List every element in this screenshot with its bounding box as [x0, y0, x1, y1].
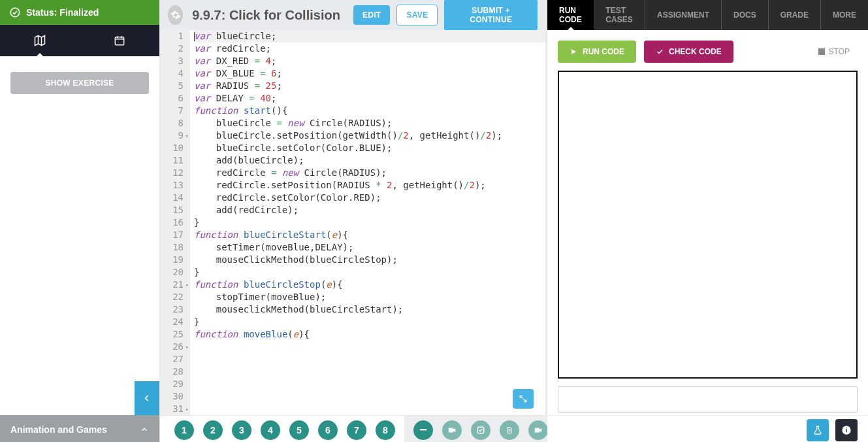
exercise-title: 9.9.7: Click for Collision — [192, 8, 340, 23]
right-tab-test-cases[interactable]: TEST CASES — [594, 0, 645, 30]
right-tab-grade[interactable]: GRADE — [769, 0, 821, 30]
lab-button[interactable] — [807, 419, 829, 441]
line-number: 10 — [169, 142, 184, 154]
code-line[interactable]: var DX_RED = 4; — [194, 55, 545, 67]
code-line[interactable]: mouseclickMethod(blueCircleStart); — [194, 303, 545, 316]
lesson-item-check-1[interactable] — [471, 420, 490, 440]
stop-icon — [818, 48, 825, 55]
code-line[interactable]: function moveBlue(e){ — [194, 328, 545, 341]
line-gutter: 1234567891011121314151617181920212223242… — [160, 30, 190, 415]
lesson-nav-3[interactable]: 3 — [232, 420, 251, 440]
code-line[interactable]: function start(){ — [194, 105, 545, 117]
code-line[interactable]: blueCircle = new Circle(RADIUS); — [194, 117, 545, 129]
expand-icon — [519, 394, 528, 403]
lesson-nav-5[interactable]: 5 — [289, 420, 309, 440]
edit-button[interactable]: EDIT — [353, 5, 391, 25]
lesson-item-video-1[interactable] — [442, 420, 462, 440]
code-line[interactable]: function blueCircleStart(e){ — [194, 229, 545, 241]
line-number: 11 — [169, 154, 184, 167]
line-number: 22 — [169, 291, 184, 303]
line-number: 30 — [169, 390, 184, 403]
video-icon — [534, 426, 543, 435]
svg-text:i: i — [846, 427, 848, 434]
module-title: Animation and Games — [10, 424, 107, 435]
output-canvas[interactable] — [558, 71, 858, 379]
flask-icon — [812, 425, 823, 435]
code-line[interactable]: } — [194, 316, 545, 328]
line-number: 27 — [169, 353, 184, 366]
right-tab-assignment[interactable]: ASSIGNMENT — [645, 0, 722, 30]
line-number: 15 — [169, 204, 184, 216]
line-number: 6 — [169, 92, 184, 105]
right-body: RUN CODE CHECK CODE STOP — [547, 30, 868, 415]
lesson-item-video-2[interactable] — [528, 420, 548, 440]
code-line[interactable]: mouseClickMethod(blueCircleStop); — [194, 254, 545, 266]
code-line[interactable]: add(redCircle); — [194, 204, 545, 216]
code-line[interactable]: add(blueCircle); — [194, 154, 545, 167]
module-footer[interactable]: Animation and Games — [0, 415, 159, 442]
right-tab-more[interactable]: MORE — [821, 0, 868, 30]
line-number: 1 — [169, 30, 184, 42]
lesson-nav-1[interactable]: 1 — [174, 420, 194, 440]
line-number: 16 — [169, 216, 184, 229]
code-line[interactable]: var DX_BLUE = 6; — [194, 67, 545, 80]
sidebar-tab-calendar[interactable] — [80, 25, 159, 56]
code-lines[interactable]: var blueCircle;var redCircle;var DX_RED … — [190, 30, 545, 415]
lesson-nav-7[interactable]: 7 — [347, 420, 366, 440]
code-line[interactable]: blueCircle.setPosition(getWidth()/2, get… — [194, 129, 545, 142]
gear-icon — [170, 10, 181, 20]
code-line[interactable]: redCircle = new Circle(RADIUS); — [194, 167, 545, 179]
code-line[interactable]: function blueCircleStop(e){ — [194, 279, 545, 291]
code-line[interactable]: } — [194, 266, 545, 279]
line-number: 4 — [169, 67, 184, 80]
play-icon — [570, 48, 577, 56]
check-code-button[interactable]: CHECK CODE — [644, 41, 733, 63]
code-line[interactable]: var DELAY = 40; — [194, 92, 545, 105]
lesson-nav-bar: 12345678 − 10 — [160, 415, 545, 442]
line-number: 3 — [169, 55, 184, 67]
collapse-sidebar-button[interactable] — [135, 381, 159, 415]
line-number: 8 — [169, 117, 184, 129]
sidebar-tab-map[interactable] — [0, 25, 80, 56]
settings-button[interactable] — [168, 5, 183, 25]
info-button[interactable]: i — [835, 419, 858, 441]
lesson-nav-8[interactable]: 8 — [376, 420, 395, 440]
code-line[interactable]: } — [194, 216, 545, 229]
checklist-icon — [476, 426, 485, 435]
run-code-button[interactable]: RUN CODE — [558, 41, 636, 63]
run-code-label: RUN CODE — [583, 47, 624, 56]
line-number: 14 — [169, 192, 184, 204]
code-line[interactable]: setTimer(moveBlue,DELAY); — [194, 241, 545, 254]
chevron-left-icon — [142, 391, 152, 405]
line-number: 13 — [169, 179, 184, 192]
code-line[interactable]: var redCircle; — [194, 42, 545, 55]
code-line[interactable]: redCircle.setPosition(RADIUS * 2, getHei… — [194, 179, 545, 192]
check-circle-icon — [9, 7, 21, 18]
code-editor[interactable]: 1234567891011121314151617181920212223242… — [160, 30, 545, 415]
lesson-nav-6[interactable]: 6 — [318, 420, 338, 440]
line-number: 31 — [169, 403, 184, 415]
stop-button[interactable]: STOP — [818, 47, 850, 56]
stop-label: STOP — [829, 47, 850, 56]
fullscreen-button[interactable] — [513, 389, 534, 409]
line-number: 25 — [169, 328, 184, 341]
chevron-up-icon — [140, 425, 149, 434]
lesson-item-minus[interactable]: − — [413, 420, 433, 440]
right-footer: i — [547, 415, 868, 442]
code-line[interactable]: var blueCircle; — [194, 30, 545, 42]
code-line[interactable]: blueCircle.setColor(Color.BLUE); — [194, 142, 545, 154]
code-line[interactable]: redCircle.setColor(Color.RED); — [194, 192, 545, 204]
lesson-nav-4[interactable]: 4 — [261, 420, 280, 440]
save-button[interactable]: SAVE — [396, 5, 438, 26]
lesson-nav-2[interactable]: 2 — [203, 420, 223, 440]
submit-continue-button[interactable]: SUBMIT + CONTINUE — [444, 0, 538, 31]
lesson-item-doc-1[interactable] — [500, 420, 519, 440]
status-label: Status: Finalized — [26, 7, 99, 18]
console-output[interactable] — [558, 386, 858, 413]
right-tab-run-code[interactable]: RUN CODE — [547, 0, 594, 30]
line-number: 5 — [169, 80, 184, 92]
right-tab-docs[interactable]: DOCS — [722, 0, 769, 30]
code-line[interactable]: var RADIUS = 25; — [194, 80, 545, 92]
code-line[interactable]: stopTimer(moveBlue); — [194, 291, 545, 303]
show-exercise-button[interactable]: SHOW EXERCISE — [10, 72, 149, 94]
